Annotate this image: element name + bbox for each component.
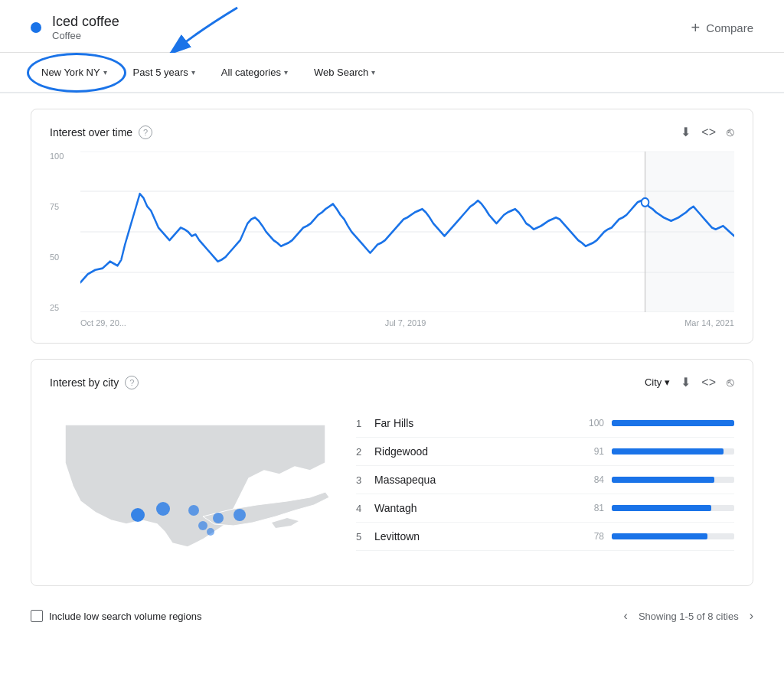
filters-row: New York NY ▾ Past 5 years ▾ All categor… (0, 53, 784, 93)
city-content: 1Far Hills1002Ridgewood913Massapequa844W… (50, 402, 734, 570)
svg-point-14 (198, 521, 207, 530)
city-filter-chevron-icon: ▾ (665, 376, 670, 388)
rank-city-name: Ridgewood (374, 445, 573, 458)
category-label: All categories (221, 67, 281, 78)
ranking-row: 5Levittown78 (356, 523, 734, 551)
city-download-icon[interactable]: ⬇ (681, 375, 691, 389)
svg-point-12 (188, 505, 199, 516)
x-label-1: Oct 29, 20... (80, 318, 126, 327)
time-chevron-icon: ▾ (191, 68, 195, 77)
chart-x-labels: Oct 29, 20... Jul 7, 2019 Mar 14, 2021 (80, 318, 734, 327)
chart-area: 100 75 50 25 O (50, 152, 734, 327)
low-volume-text: Include low search volume regions (49, 611, 201, 622)
next-page-icon[interactable]: › (750, 609, 753, 623)
city-section-actions: City ▾ ⬇ <> ⎋ (645, 375, 734, 389)
search-type-label: Web Search (314, 67, 368, 78)
svg-point-13 (213, 513, 224, 523)
prev-page-icon[interactable]: ‹ (624, 609, 628, 623)
top-bar: Iced coffee Coffee + Compare (0, 0, 784, 53)
rank-value: 84 (573, 474, 604, 485)
city-section-header: Interest by city ? City ▾ ⬇ <> ⎋ (50, 375, 734, 389)
interest-by-city-section: Interest by city ? City ▾ ⬇ <> ⎋ (31, 359, 753, 586)
city-share-icon[interactable]: ⎋ (727, 376, 734, 389)
section-header: Interest over time ? ⬇ <> ⎋ (50, 125, 734, 139)
chart-y-labels: 100 75 50 25 (50, 152, 64, 327)
city-filter-button[interactable]: City ▾ (645, 376, 670, 388)
svg-rect-6 (645, 152, 734, 312)
location-chevron-icon: ▾ (103, 68, 107, 77)
chart-svg-container (80, 152, 734, 312)
rank-city-name: Massapequa (374, 474, 573, 486)
y-label-50: 50 (50, 253, 64, 262)
low-volume-label[interactable]: Include low search volume regions (31, 610, 201, 622)
x-label-2: Jul 7, 2019 (385, 318, 426, 327)
x-label-3: Mar 14, 2021 (684, 318, 734, 327)
y-label-25: 25 (50, 303, 64, 312)
plus-icon: + (691, 19, 701, 37)
search-type-filter[interactable]: Web Search ▾ (303, 60, 386, 84)
rank-number: 4 (356, 503, 374, 514)
ranking-row: 2Ridgewood91 (356, 438, 734, 466)
bar-fill (612, 448, 724, 455)
bottom-bar: Include low search volume regions ‹ Show… (0, 601, 784, 630)
category-chevron-icon: ▾ (284, 68, 288, 77)
city-help-icon[interactable]: ? (125, 376, 139, 389)
city-embed-icon[interactable]: <> (701, 376, 716, 389)
rank-value: 100 (573, 418, 604, 428)
low-volume-checkbox[interactable] (31, 610, 43, 622)
bar-container (612, 420, 734, 426)
pagination: ‹ Showing 1-5 of 8 cities › (624, 609, 753, 623)
y-label-100: 100 (50, 152, 64, 161)
interest-over-time-title: Interest over time (50, 126, 132, 138)
section-actions: ⬇ <> ⎋ (681, 125, 734, 139)
rank-value: 81 (573, 503, 604, 513)
interest-over-time-section: Interest over time ? ⬇ <> ⎋ 100 75 50 25 (31, 109, 753, 344)
rank-number: 3 (356, 474, 374, 486)
rank-city-name: Levittown (374, 530, 573, 542)
svg-point-10 (156, 502, 170, 516)
map-svg (50, 402, 341, 570)
category-filter[interactable]: All categories ▾ (211, 60, 299, 84)
rank-city-name: Wantagh (374, 502, 573, 514)
showing-label: Showing 1-5 of 8 cities (639, 611, 739, 622)
svg-point-8 (642, 198, 649, 207)
interest-by-city-title: Interest by city (50, 376, 119, 389)
term-label: Iced coffee (52, 14, 119, 30)
chart-svg (80, 152, 734, 312)
interest-help-icon[interactable]: ? (139, 125, 152, 139)
time-period-filter[interactable]: Past 5 years ▾ (122, 60, 206, 84)
rank-number: 5 (356, 531, 374, 542)
embed-icon[interactable]: <> (701, 125, 716, 139)
download-icon[interactable]: ⬇ (681, 125, 691, 139)
y-label-75: 75 (50, 202, 64, 211)
search-chevron-icon: ▾ (371, 68, 375, 77)
compare-button[interactable]: + Compare (691, 19, 753, 37)
bar-fill (612, 420, 734, 426)
rank-value: 78 (573, 531, 604, 542)
rank-city-name: Far Hills (374, 417, 573, 429)
bar-container (612, 477, 734, 483)
term-dot (31, 22, 41, 33)
ranking-row: 4Wantagh81 (356, 494, 734, 523)
term-text: Iced coffee Coffee (52, 14, 119, 41)
term-info: Iced coffee Coffee (31, 14, 119, 41)
share-icon[interactable]: ⎋ (727, 125, 734, 139)
location-filter[interactable]: New York NY ▾ (31, 60, 118, 84)
rank-number: 1 (356, 418, 374, 429)
location-label: New York NY (41, 67, 100, 78)
rank-value: 91 (573, 446, 604, 457)
map-container (50, 402, 341, 570)
rankings-container: 1Far Hills1002Ridgewood913Massapequa844W… (356, 402, 734, 570)
term-category: Coffee (52, 30, 119, 41)
ranking-row: 1Far Hills100 (356, 409, 734, 438)
section-title-group: Interest over time ? (50, 125, 152, 139)
compare-label: Compare (706, 21, 753, 34)
bar-fill (612, 477, 714, 483)
bar-fill (612, 533, 707, 539)
svg-point-11 (234, 509, 246, 521)
bar-container (612, 448, 734, 455)
bar-fill (612, 505, 711, 511)
city-title-group: Interest by city ? (50, 376, 139, 389)
bar-container (612, 533, 734, 539)
svg-point-9 (131, 508, 145, 522)
